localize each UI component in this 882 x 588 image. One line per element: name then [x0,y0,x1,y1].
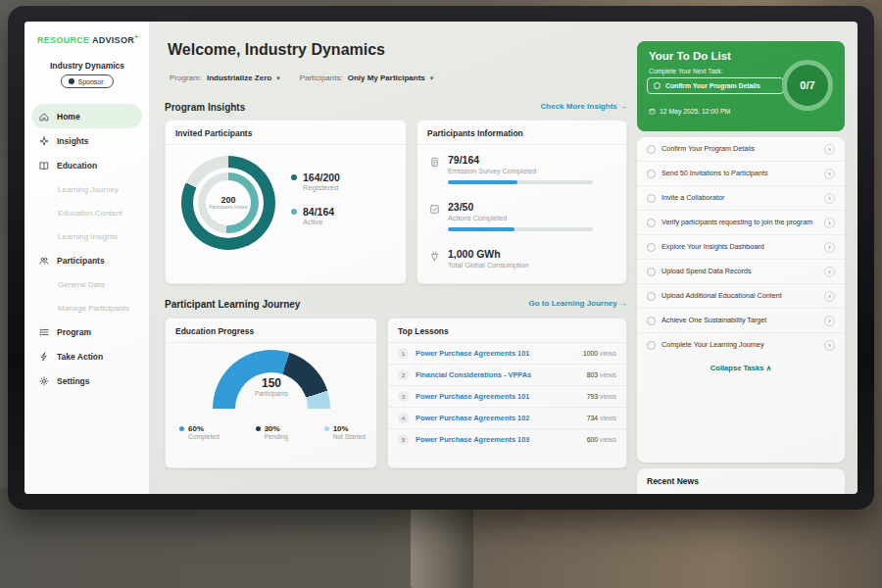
sidebar-item-take-action[interactable]: Take Action [24,344,149,368]
checkbox-icon[interactable] [647,341,656,350]
program-insights-heading: Program Insights [165,102,245,113]
chevron-right-icon[interactable]: › [824,218,835,228]
take-action-icon [38,352,50,362]
chevron-right-icon[interactable]: › [824,291,835,302]
lesson-link[interactable]: Power Purchase Agreements 101 [416,392,580,401]
sidebar-item-label: Learning Journey [58,185,119,194]
chevron-right-icon[interactable]: › [824,169,835,179]
energy-icon [429,248,440,270]
collapse-label: Collapse Tasks [710,364,764,372]
due-date: 12 May 2025, 12:00 PM [649,108,730,115]
card-title: Participants Information [417,121,626,145]
donut-center-label: Participants Invited [210,205,248,211]
sidebar-item-general-data[interactable]: General Data [24,272,149,296]
task-row-send-invitations[interactable]: Send 50 Invitations to Participants › [637,162,845,186]
lesson-link[interactable]: Power Purchase Agreements 102 [416,414,580,422]
todo-progress-ring: 0/7 [782,60,833,111]
education-gauge-chart: 150 Participants [213,350,330,409]
lesson-link[interactable]: Financial Considerations - VPPAs [416,370,580,379]
task-row-invite-collaborator[interactable]: Invite a Collaborator › [637,186,845,211]
task-row-complete-learning-journey[interactable]: Complete Your Learning Journey › [637,333,845,357]
recent-news-title: Recent News [637,468,845,494]
checkbox-icon[interactable] [647,145,656,154]
sidebar-item-learning-journey[interactable]: Learning Journey [24,177,149,201]
task-label: Explore Your Insights Dashboard [662,242,818,252]
lesson-views-label: views [598,415,616,421]
lesson-link[interactable]: Power Purchase Agreements 103 [416,435,580,444]
lesson-row: 3 Power Purchase Agreements 101 793 view… [388,386,626,408]
sidebar-item-home[interactable]: Home [31,104,142,128]
org-name: Industry Dynamics [24,61,150,71]
task-label: Verify participants requesting to join t… [662,218,818,227]
top-lessons-card: Top Lessons 1 Power Purchase Agreements … [387,318,627,468]
sidebar-item-learning-insights[interactable]: Learning Insights [24,224,149,248]
participants-select[interactable]: Participants: Only My Participants ▾ [300,74,434,82]
checkbox-icon[interactable] [647,243,656,252]
brand-part2: ADVISOR [92,35,134,45]
sidebar-item-participants[interactable]: Participants [24,248,149,272]
survey-value: 79/164 [448,154,593,166]
bar-fill-1 [448,227,514,231]
not-started-value: 10% [333,424,349,433]
checkbox-icon[interactable] [647,292,656,301]
task-label: Invite a Collaborator [662,193,818,203]
program-select[interactable]: Program: Industrialize Zero ▾ [170,74,280,82]
completed-label: Completed [188,433,220,440]
registered-dot [291,174,297,180]
check-more-insights-link[interactable]: Check More Insights → [514,102,627,111]
chevron-right-icon[interactable]: › [824,242,835,253]
chevron-down-icon: ▾ [430,74,434,82]
arrow-right-icon: → [619,102,627,111]
next-task[interactable]: Confirm Your Program Details [647,77,784,94]
checkbox-icon[interactable] [654,82,661,89]
checkbox-icon[interactable] [647,170,656,178]
task-row-confirm-program[interactable]: Confirm Your Program Details › [637,137,845,162]
sidebar-item-label: Settings [57,376,90,386]
sidebar: RESOURCE ADVISOR+ Industry Dynamics Spon… [24,22,150,494]
todo-subtitle: Complete Your Next Task: [649,68,723,74]
chevron-right-icon[interactable]: › [824,316,835,326]
link-label: Check More Insights [541,102,617,111]
checkbox-icon[interactable] [647,317,656,325]
task-label: Send 50 Invitations to Participants [662,169,818,178]
lesson-views: 734 [587,415,598,421]
checkbox-icon[interactable] [647,194,656,203]
sidebar-item-label: Home [57,112,80,122]
legend-pending: 30% Pending [256,424,288,440]
task-row-verify-participants[interactable]: Verify participants requesting to join t… [637,211,845,235]
invited-donut-center: 200 Participants Invited [206,180,251,225]
sidebar-item-manage-participants[interactable]: Manage Participants [24,296,149,319]
task-row-upload-spend-data[interactable]: Upload Spend Data Records › [637,260,845,284]
monitor-stand [411,508,473,588]
chevron-right-icon[interactable]: › [824,144,835,155]
sidebar-item-settings[interactable]: Settings [24,368,149,393]
task-label: Upload Spend Data Records [662,267,818,276]
task-label: Achieve One Sustainability Target [662,316,818,325]
active-value: 84/164 [303,206,334,218]
task-label: Confirm Your Program Details [662,144,818,154]
next-task-label: Confirm Your Program Details [665,82,760,89]
education-icon [38,161,50,171]
sidebar-item-education[interactable]: Education [24,153,149,177]
sidebar-item-insights[interactable]: Insights [24,128,149,153]
home-icon [38,112,50,122]
lesson-rank: 1 [398,348,409,359]
lesson-link[interactable]: Power Purchase Agreements 101 [416,349,576,358]
collapse-tasks-link[interactable]: Collapse Tasks ∧ [637,357,845,379]
task-row-achieve-target[interactable]: Achieve One Sustainability Target › [637,309,845,333]
sidebar-item-label: Insights [57,136,89,146]
chevron-right-icon[interactable]: › [824,193,835,204]
chevron-right-icon[interactable]: › [824,340,835,351]
checkbox-icon[interactable] [647,219,656,227]
chevron-right-icon[interactable]: › [824,267,835,277]
checkbox-icon[interactable] [647,268,656,276]
sidebar-item-program[interactable]: Program [24,319,149,344]
sidebar-item-education-content[interactable]: Education Content [24,201,149,224]
sponsor-badge[interactable]: Sponsor [60,74,113,88]
task-row-upload-educational-content[interactable]: Upload Additional Educational Content › [637,284,845,309]
learning-journey-heading: Participant Learning Journey [165,299,300,310]
survey-row: 79/164 Emission Survey Completed [429,154,593,184]
invited-participants-card: Invited Participants 200 Participants In… [165,120,407,284]
go-to-learning-journey-link[interactable]: Go to Learning Journey → [505,299,627,308]
task-row-explore-insights[interactable]: Explore Your Insights Dashboard › [637,235,845,260]
